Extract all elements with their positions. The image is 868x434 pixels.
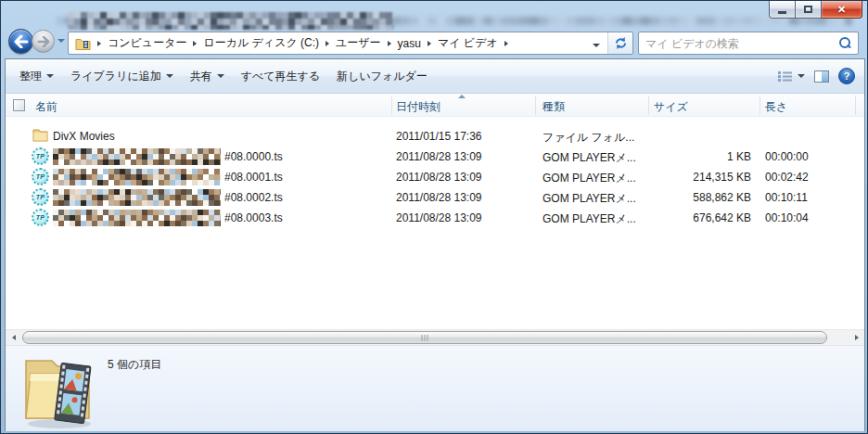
file-name: #08.0000.ts: [224, 150, 283, 163]
column-header-date[interactable]: 日付時刻: [396, 99, 440, 115]
crumb-separator[interactable]: [504, 41, 508, 46]
column-divider[interactable]: [391, 96, 392, 115]
censored-file-name: [53, 169, 221, 185]
forward-arrow-icon: [37, 36, 50, 47]
explorer-window: ✕ コンピューター: [0, 0, 868, 434]
column-divider[interactable]: [648, 96, 649, 115]
breadcrumb-item-my-videos[interactable]: マイ ビデオ: [438, 35, 498, 51]
file-size: 588,862 KB: [599, 191, 751, 204]
file-length: 00:02:42: [765, 171, 809, 184]
column-divider[interactable]: [855, 96, 856, 115]
table-row-ts-file[interactable]: TP #08.0000.ts 2011/08/28 13:09 GOM PLAY…: [6, 147, 864, 167]
crumb-separator[interactable]: [193, 41, 197, 46]
file-length: 00:10:04: [765, 211, 809, 224]
search-input[interactable]: [639, 37, 837, 50]
column-divider[interactable]: [535, 96, 536, 115]
maximize-button[interactable]: [796, 1, 822, 19]
table-row-ts-file[interactable]: TP #08.0003.ts 2011/08/28 13:09 GOM PLAY…: [6, 208, 864, 228]
breadcrumb-item-computer[interactable]: コンピューター: [108, 35, 186, 51]
file-name: DivX Movies: [53, 130, 115, 143]
file-size: 214,315 KB: [599, 171, 751, 184]
recent-pages-dropdown[interactable]: [57, 39, 65, 43]
column-divider[interactable]: [760, 96, 760, 115]
video-folder-icon: [75, 37, 91, 50]
scrollbar-grip: [422, 335, 428, 341]
address-history-dropdown[interactable]: [585, 37, 607, 50]
title-bar[interactable]: ✕: [1, 1, 867, 26]
chevron-down-icon: [46, 74, 54, 78]
back-arrow-icon: [14, 35, 29, 48]
file-name: #08.0001.ts: [224, 171, 283, 184]
details-pane: 5 個の項目: [6, 345, 864, 431]
column-header-row: 名前 日付時刻 種類 サイズ 長さ: [6, 94, 864, 117]
minimize-icon: [778, 11, 786, 14]
censored-file-name: [53, 148, 221, 165]
item-count-label: 5 個の項目: [108, 357, 161, 373]
address-bar[interactable]: コンピューター ローカル ディスク (C:) ユーザー yasu マイ ビデオ: [68, 32, 633, 55]
crumb-separator[interactable]: [326, 41, 329, 46]
add-to-library-button[interactable]: ライブラリに追加: [62, 64, 182, 89]
close-icon: ✕: [837, 4, 846, 16]
file-name: #08.0002.ts: [224, 191, 283, 204]
search-box: [638, 32, 859, 55]
change-view-button[interactable]: [777, 70, 805, 83]
file-type: ファイル フォル...: [542, 130, 634, 146]
sort-ascending-icon: [458, 95, 466, 98]
chevron-down-icon: [217, 74, 224, 78]
horizontal-scrollbar[interactable]: [6, 329, 864, 345]
scrollbar-thumb[interactable]: [22, 331, 827, 344]
navigation-bar: コンピューター ローカル ディスク (C:) ユーザー yasu マイ ビデオ: [1, 26, 867, 58]
minimize-button[interactable]: [769, 1, 796, 19]
back-button[interactable]: [8, 29, 33, 54]
file-name: #08.0003.ts: [224, 211, 283, 224]
list-view-icon: [777, 70, 793, 83]
file-length: 00:10:11: [765, 191, 808, 204]
play-all-button[interactable]: すべて再生する: [233, 64, 328, 89]
preview-pane-button[interactable]: [814, 70, 829, 83]
chevron-down-icon: [166, 74, 173, 78]
scroll-right-button[interactable]: [849, 330, 864, 345]
table-row-ts-file[interactable]: TP #08.0002.ts 2011/08/28 13:09 GOM PLAY…: [6, 187, 864, 208]
forward-button[interactable]: [32, 30, 55, 53]
window-controls: ✕: [769, 1, 862, 19]
add-to-library-label: ライブラリに追加: [70, 69, 161, 84]
file-date: 2011/01/15 17:36: [396, 130, 482, 143]
tp-media-icon: TP: [32, 148, 48, 164]
share-button[interactable]: 共有: [182, 64, 233, 89]
column-header-length[interactable]: 長さ: [765, 99, 787, 115]
select-all-checkbox[interactable]: [13, 99, 25, 111]
arrow-left-icon: [12, 335, 16, 340]
file-date: 2011/08/28 13:09: [396, 191, 482, 204]
file-length: 00:00:00: [765, 150, 809, 163]
column-header-type[interactable]: 種類: [542, 99, 565, 115]
column-header-name[interactable]: 名前: [35, 99, 57, 115]
file-list-area: 名前 日付時刻 種類 サイズ 長さ: [6, 94, 864, 345]
column-header-size[interactable]: サイズ: [654, 99, 688, 115]
refresh-button[interactable]: [607, 32, 632, 54]
table-row-divx-movies[interactable]: DivX Movies 2011/01/15 17:36 ファイル フォル...: [6, 126, 864, 147]
tp-media-icon: TP: [32, 189, 48, 205]
new-folder-button[interactable]: 新しいフォルダー: [328, 64, 436, 89]
help-button[interactable]: ?: [838, 68, 855, 84]
crumb-separator[interactable]: [428, 41, 431, 46]
censored-file-name: [53, 189, 221, 206]
crumb-separator: [97, 41, 101, 46]
file-size: 1 KB: [599, 150, 751, 163]
toolbar-right-group: ?: [777, 68, 864, 84]
chevron-down-icon: [798, 74, 805, 78]
breadcrumb-item-local-disk-c[interactable]: ローカル ディスク (C:): [203, 35, 319, 51]
breadcrumb-item-yasu[interactable]: yasu: [398, 37, 421, 50]
organize-button[interactable]: 整理: [11, 64, 62, 89]
new-folder-label: 新しいフォルダー: [337, 69, 428, 84]
file-date: 2011/08/28 13:09: [396, 150, 482, 163]
tp-media-icon: TP: [32, 169, 48, 185]
refresh-icon: [614, 36, 628, 50]
breadcrumb-item-users[interactable]: ユーザー: [336, 35, 381, 51]
censored-file-name: [53, 210, 221, 226]
my-videos-folder-icon: [15, 350, 100, 434]
search-icon[interactable]: [837, 36, 852, 51]
scroll-left-button[interactable]: [6, 330, 21, 345]
close-button[interactable]: ✕: [822, 1, 862, 19]
crumb-separator[interactable]: [388, 41, 391, 46]
table-row-ts-file[interactable]: TP #08.0001.ts 2011/08/28 13:09 GOM PLAY…: [6, 167, 864, 187]
